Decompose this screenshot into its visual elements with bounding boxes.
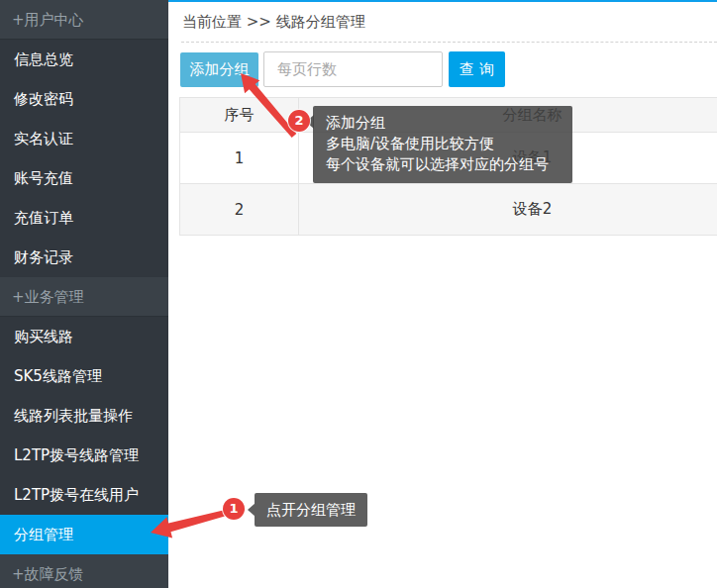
table-row: 2设备2 bbox=[180, 184, 717, 236]
breadcrumb-divider bbox=[181, 42, 717, 43]
sidebar-item[interactable]: SK5线路管理 bbox=[0, 356, 168, 396]
sidebar-item[interactable]: 实名认证 bbox=[0, 119, 168, 158]
sidebar-item[interactable]: L2TP拨号在线用户 bbox=[0, 475, 168, 515]
sidebar-item[interactable]: 充值订单 bbox=[0, 198, 168, 238]
breadcrumb: 当前位置 >> 线路分组管理 bbox=[182, 13, 365, 32]
query-button[interactable]: 查 询 bbox=[449, 51, 505, 87]
sidebar-item[interactable]: 账号充值 bbox=[0, 158, 168, 198]
step1-tooltip: 点开分组管理 bbox=[255, 493, 367, 527]
sidebar-item[interactable]: 线路列表批量操作 bbox=[0, 396, 168, 436]
tooltip-line: 添加分组 bbox=[326, 113, 560, 134]
sidebar-item[interactable]: 财务记录 bbox=[0, 238, 168, 277]
sidebar-item[interactable]: 信息总览 bbox=[0, 40, 168, 79]
step2-marker: 2 bbox=[288, 110, 310, 132]
sidebar-item[interactable]: 分组管理 bbox=[0, 515, 168, 554]
step2-tooltip: 添加分组多电脑/设备使用比较方便每个设备就可以选择对应的分组号 bbox=[313, 106, 572, 183]
step1-marker: 1 bbox=[223, 498, 245, 520]
rows-per-page-input[interactable] bbox=[263, 51, 443, 87]
sidebar-item[interactable]: L2TP拨号线路管理 bbox=[0, 436, 168, 475]
cell-index: 2 bbox=[180, 184, 299, 236]
tooltip-line: 每个设备就可以选择对应的分组号 bbox=[326, 154, 560, 175]
sidebar-section-header: +业务管理 bbox=[0, 277, 168, 317]
cell-index: 1 bbox=[180, 133, 299, 184]
sidebar-section-header: +用户中心 bbox=[0, 0, 168, 40]
page: +用户中心信息总览修改密码实名认证账号充值充值订单财务记录+业务管理购买线路SK… bbox=[0, 0, 717, 588]
content-top-accent-line bbox=[168, 0, 717, 2]
sidebar-item[interactable]: 修改密码 bbox=[0, 79, 168, 119]
add-group-button[interactable]: 添加分组 bbox=[180, 52, 258, 87]
cell-group-name: 设备2 bbox=[299, 184, 717, 236]
sidebar-item[interactable]: 购买线路 bbox=[0, 317, 168, 356]
sidebar-section-header: +故障反馈 bbox=[0, 554, 168, 588]
tooltip-line: 多电脑/设备使用比较方便 bbox=[326, 134, 560, 154]
column-header-index: 序号 bbox=[180, 98, 299, 133]
sidebar-nav: +用户中心信息总览修改密码实名认证账号充值充值订单财务记录+业务管理购买线路SK… bbox=[0, 0, 168, 588]
